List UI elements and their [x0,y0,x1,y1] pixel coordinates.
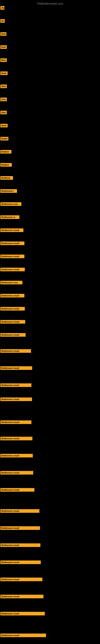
bottleneck-label: Bott [0,32,6,36]
bottleneck-item: Bott [0,45,7,50]
bottleneck-item: Bott [0,32,6,37]
bottleneck-label: Bottleneck result [0,509,39,513]
bottleneck-item: Bottleneck result [0,509,39,514]
bottleneck-label: Bottleneck result [0,320,25,324]
bottleneck-item: Bottleneck result [0,420,31,425]
bottleneck-label: Bott [0,98,7,101]
bottleneck-item: Bottleneck result [0,634,46,638]
bottleneck-item: Bottleneck r [0,189,17,194]
bottleneck-item: Bottleneck result [0,578,42,582]
bottleneck-label: Bottleneck result [0,437,32,440]
bottleneck-item: Bottleneck result [0,228,23,233]
bottleneck-label: Bottleneck result [0,307,25,310]
bottleneck-label: Bo [0,19,5,23]
bottleneck-item: Bottleneck result [0,526,40,531]
bottleneck-label: Bottl [0,124,8,128]
bottleneck-item: Bottleneck result [0,242,24,246]
bottleneck-item: Bottleneck result [0,320,25,324]
bottleneck-item: Bott [0,111,7,115]
bottleneck-item: Bottl [0,124,8,128]
bottleneck-label: Bottleneck result [0,254,24,258]
bottleneck-item: Bottleneck result [0,349,31,354]
bottleneck-label: Bottleneck result [0,544,40,547]
bottleneck-label: Bottleneck resu [0,281,22,284]
bottleneck-item: Bottleneck resu [0,281,22,285]
bottleneck-label: Bott [0,84,7,88]
bottleneck-item: Bottleneck result [0,437,32,441]
bottleneck-label: Bottleneck r [0,189,17,193]
bottleneck-label: Bottleneck result [0,268,25,271]
bottleneck-label: Bottleneck result [0,384,31,387]
bottleneck-label: Bottleneck re [0,215,19,219]
bottleneck-label: Bottlen [0,150,11,154]
bottleneck-label: Bott [0,45,7,49]
bottleneck-item: Bottleneck result [0,333,26,338]
bottleneck-label: Bottleneck result [0,398,32,401]
bottleneck-label: Bott [0,58,7,62]
bottleneck-item: Bott [0,84,7,89]
bottleneck-label: Bott [0,111,7,114]
bottleneck-item: Bottleneck result [0,384,31,388]
bottleneck-item: Bottleneck result [0,595,43,599]
bottleneck-label: Bottleneck result [0,454,33,458]
bottleneck-item: Bott [0,58,7,63]
bottleneck-label: Bottleneck result [0,333,26,337]
bottleneck-label: Bottle [0,137,8,140]
bottleneck-label: Bottl [0,72,8,75]
site-title: TheBottlenecker.com [0,0,100,6]
bottleneck-label: Bo [0,6,4,10]
bottleneck-item: Bottleneck result [0,398,32,402]
bottleneck-label: Bottleneck result [0,366,32,370]
bottleneck-label: Bottleneck result [0,578,42,581]
bottleneck-item: Bott [0,98,7,102]
bottleneck-item: Bottle [0,137,8,141]
bottleneck-label: Bottleneck result [0,471,33,474]
bottleneck-item: Bottleneck result [0,488,34,492]
bottleneck-item: Bottleneck result [0,612,45,616]
bottleneck-label: Bottleneck resu [0,202,21,206]
bottleneck-label: Bottleneck result [0,488,34,492]
bottleneck-item: Bottleneck re [0,215,19,220]
bottleneck-label: Bottleneck result [0,612,45,616]
bottleneck-label: Bottleneck result [0,634,46,637]
bottleneck-label: Bottleneck result [0,228,23,232]
bottleneck-label: Bottleneck result [0,595,43,598]
bottleneck-label: Bottleneck result [0,294,24,298]
bottleneck-item: Bottleneck result [0,307,25,311]
bottleneck-item: Bottleneck result [0,471,33,475]
bottleneck-label: Bottleneck result [0,242,24,245]
bottleneck-label: Bottlene [0,176,13,180]
bottleneck-item: Bottleneck result [0,294,24,298]
bottleneck-item: Bottlen [0,150,11,154]
bottleneck-label: Bottleneck result [0,560,41,564]
bottleneck-item: Bottleneck result [0,544,40,548]
bottleneck-item: Bottleneck result [0,454,33,458]
bottleneck-item: Bottl [0,72,8,76]
bottleneck-label: Bottleneck result [0,349,31,353]
bottleneck-label: Bottlen [0,163,12,167]
bottleneck-item: Bo [0,19,5,24]
bottleneck-item: Bottlene [0,176,13,180]
bottleneck-item: Bottlen [0,163,12,168]
bottleneck-item: Bottleneck result [0,366,32,371]
bottleneck-item: Bottleneck result [0,560,41,565]
bottleneck-item: Bottleneck resu [0,202,21,207]
bottleneck-item: Bottleneck result [0,254,24,259]
bottleneck-item: Bottleneck result [0,268,25,272]
bottleneck-label: Bottleneck result [0,526,40,530]
bottleneck-label: Bottleneck result [0,420,31,424]
bottleneck-item: Bo [0,6,4,10]
